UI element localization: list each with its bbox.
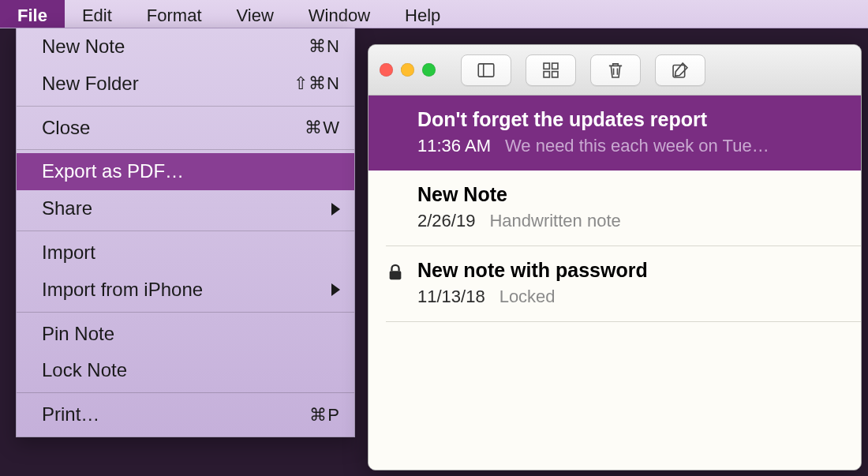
menu-item-label: Close bbox=[42, 114, 90, 142]
file-menu-dropdown: New Note ⌘N New Folder ⇧⌘N Close ⌘W Expo… bbox=[16, 28, 355, 437]
note-item-selected[interactable]: Don't forget the updates report 11:36 AM… bbox=[369, 96, 861, 171]
menu-item-close[interactable]: Close ⌘W bbox=[17, 110, 354, 147]
note-preview: We need this each week on Tue… bbox=[505, 136, 769, 156]
menu-label: View bbox=[237, 6, 274, 26]
menu-edit[interactable]: Edit bbox=[65, 0, 129, 28]
toggle-sidebar-button[interactable] bbox=[461, 54, 511, 86]
note-item[interactable]: New Note 2/26/19 Handwritten note bbox=[369, 171, 861, 245]
compose-icon bbox=[670, 60, 690, 81]
menu-item-label: Import from iPhone bbox=[42, 276, 203, 304]
svg-rect-4 bbox=[544, 71, 549, 77]
titlebar bbox=[369, 45, 861, 96]
menu-separator bbox=[17, 312, 354, 313]
svg-rect-5 bbox=[552, 71, 558, 77]
delete-note-button[interactable] bbox=[590, 54, 641, 86]
chevron-right-icon bbox=[331, 203, 340, 216]
menu-item-shortcut: ⌘W bbox=[305, 115, 340, 141]
menu-separator bbox=[17, 392, 354, 393]
menu-window[interactable]: Window bbox=[291, 0, 387, 28]
menu-item-label: Print… bbox=[42, 401, 99, 429]
compose-note-button[interactable] bbox=[655, 54, 705, 86]
menu-item-lock-note[interactable]: Lock Note bbox=[17, 352, 354, 389]
close-window-button[interactable] bbox=[380, 63, 393, 77]
menu-separator bbox=[17, 106, 354, 107]
menu-item-shortcut: ⇧⌘N bbox=[294, 71, 340, 96]
minimize-window-button[interactable] bbox=[401, 63, 414, 77]
menu-separator bbox=[17, 149, 354, 150]
menu-item-label: New Folder bbox=[42, 70, 139, 98]
zoom-window-button[interactable] bbox=[422, 63, 436, 77]
notes-window: Don't forget the updates report 11:36 AM… bbox=[368, 44, 862, 470]
menu-label: File bbox=[17, 6, 47, 26]
menu-item-new-note[interactable]: New Note ⌘N bbox=[17, 28, 354, 66]
menu-view[interactable]: View bbox=[219, 0, 291, 28]
menu-label: Window bbox=[309, 6, 370, 26]
menu-label: Format bbox=[147, 6, 202, 26]
menu-item-label: Lock Note bbox=[42, 357, 127, 384]
menu-help[interactable]: Help bbox=[387, 0, 458, 28]
menu-item-import-iphone[interactable]: Import from iPhone bbox=[17, 272, 354, 309]
menu-item-shortcut: ⌘N bbox=[309, 34, 340, 59]
svg-rect-7 bbox=[390, 271, 402, 279]
note-preview: Handwritten note bbox=[489, 211, 620, 231]
menu-item-label: Export as PDF… bbox=[42, 158, 184, 186]
menu-item-export-pdf[interactable]: Export as PDF… bbox=[17, 153, 354, 190]
menu-item-share[interactable]: Share bbox=[17, 190, 354, 227]
lock-icon bbox=[387, 264, 403, 281]
menu-item-pin-note[interactable]: Pin Note bbox=[17, 316, 354, 353]
menu-separator bbox=[17, 231, 354, 231]
toolbar bbox=[461, 54, 705, 86]
menu-item-label: Share bbox=[42, 195, 92, 223]
menu-item-import[interactable]: Import bbox=[17, 234, 354, 272]
menu-item-label: New Note bbox=[42, 33, 125, 61]
grid-icon bbox=[541, 60, 561, 81]
svg-rect-0 bbox=[478, 63, 494, 76]
menu-item-shortcut: ⌘P bbox=[309, 403, 340, 428]
svg-rect-3 bbox=[552, 63, 558, 69]
note-item-locked[interactable]: New note with password 11/13/18 Locked bbox=[369, 246, 861, 321]
note-preview: Locked bbox=[499, 287, 556, 307]
note-title: Don't forget the updates report bbox=[417, 108, 844, 131]
menu-format[interactable]: Format bbox=[129, 0, 219, 28]
menu-file[interactable]: File bbox=[0, 0, 65, 28]
window-controls bbox=[380, 63, 436, 77]
note-date: 2/26/19 bbox=[417, 211, 475, 231]
note-list: Don't forget the updates report 11:36 AM… bbox=[369, 96, 861, 470]
svg-rect-2 bbox=[544, 63, 549, 69]
note-date: 11:36 AM bbox=[417, 136, 491, 156]
note-title: New note with password bbox=[417, 259, 844, 282]
sidebar-icon bbox=[476, 60, 496, 81]
note-title: New Note bbox=[417, 183, 844, 206]
menu-label: Help bbox=[405, 6, 440, 26]
menu-item-label: Pin Note bbox=[42, 320, 114, 348]
grid-view-button[interactable] bbox=[526, 54, 576, 86]
note-separator bbox=[386, 321, 861, 322]
menu-label: Edit bbox=[82, 6, 112, 26]
menu-item-new-folder[interactable]: New Folder ⇧⌘N bbox=[17, 66, 354, 103]
menu-item-print[interactable]: Print… ⌘P bbox=[17, 396, 354, 433]
menu-item-label: Import bbox=[42, 239, 95, 267]
trash-icon bbox=[605, 60, 626, 81]
chevron-right-icon bbox=[331, 283, 340, 296]
note-date: 11/13/18 bbox=[417, 287, 485, 307]
menubar: File Edit Format View Window Help bbox=[0, 0, 868, 28]
